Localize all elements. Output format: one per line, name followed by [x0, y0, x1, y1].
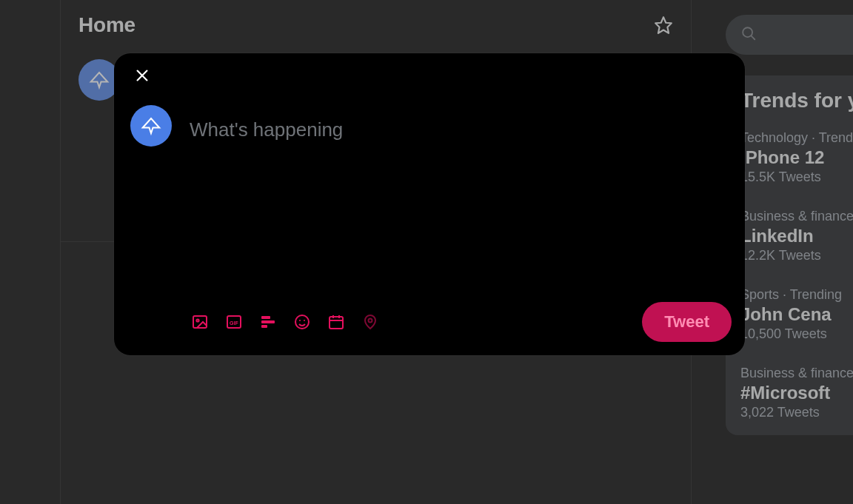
compose-toolbar: GIF [191, 313, 379, 331]
schedule-icon[interactable] [327, 313, 345, 331]
tweet-button[interactable]: Tweet [642, 302, 732, 342]
poll-icon[interactable] [259, 313, 277, 331]
image-icon[interactable] [191, 313, 209, 331]
svg-text:GIF: GIF [230, 320, 238, 326]
gif-icon[interactable]: GIF [225, 313, 243, 331]
svg-rect-10 [261, 320, 275, 323]
compose-modal: GIF [114, 53, 745, 355]
svg-rect-15 [330, 317, 343, 329]
avatar[interactable] [130, 105, 172, 147]
svg-rect-5 [193, 316, 207, 328]
close-button[interactable] [130, 64, 154, 87]
emoji-icon[interactable] [293, 313, 311, 331]
svg-rect-9 [261, 316, 270, 319]
svg-point-12 [295, 315, 309, 329]
svg-point-13 [299, 320, 301, 321]
svg-point-6 [196, 319, 198, 321]
svg-rect-11 [261, 325, 267, 328]
svg-point-19 [369, 319, 372, 323]
compose-input[interactable] [190, 105, 732, 147]
location-icon[interactable] [361, 313, 379, 331]
svg-point-14 [304, 320, 305, 321]
